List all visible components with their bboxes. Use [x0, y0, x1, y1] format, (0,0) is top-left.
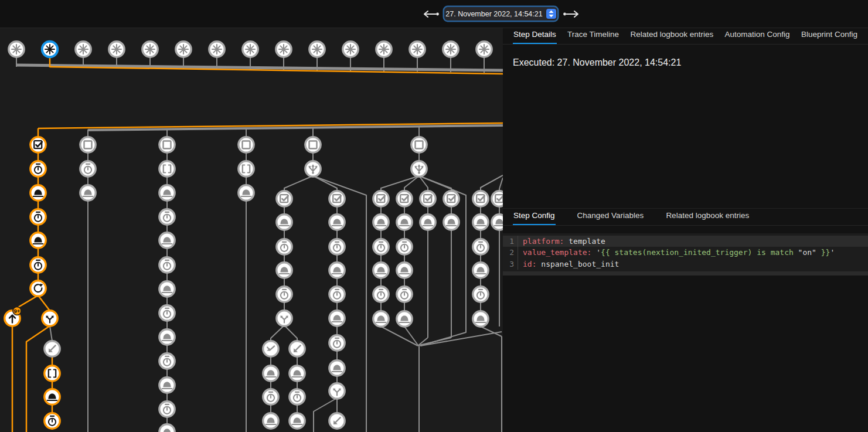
- trace-node-asterisk-icon[interactable]: [410, 42, 425, 57]
- trace-node-service-call-icon[interactable]: [277, 263, 292, 278]
- tab-trace-timeline[interactable]: Trace Timeline: [567, 27, 619, 44]
- trace-node-choose-icon[interactable]: [305, 161, 321, 176]
- trace-node-brackets-icon[interactable]: [159, 161, 175, 176]
- trace-node-service-call-icon[interactable]: [420, 215, 435, 230]
- trace-node-brackets-icon[interactable]: [239, 161, 254, 176]
- trace-node-asterisk-icon[interactable]: [476, 42, 492, 57]
- next-run-button[interactable]: [563, 10, 580, 18]
- trace-node-service-call-icon[interactable]: [30, 185, 46, 200]
- tab-step-config[interactable]: Step Config: [513, 208, 556, 225]
- trace-node-timer-icon[interactable]: [329, 239, 345, 254]
- trace-node-arrow-bottom-left-icon[interactable]: [290, 341, 305, 356]
- trace-node-asterisk-icon[interactable]: [243, 42, 258, 57]
- trace-node-service-call-icon[interactable]: [239, 185, 254, 200]
- trace-node-timer-icon[interactable]: [277, 239, 292, 254]
- trace-node-condition-checked-icon[interactable]: [30, 137, 46, 152]
- trace-node-service-call-icon[interactable]: [397, 215, 412, 230]
- trace-node-condition-box-icon[interactable]: [239, 137, 254, 152]
- trace-node-service-call-icon[interactable]: [329, 263, 345, 278]
- run-selector[interactable]: 27. November 2022, 14:54:21: [444, 7, 557, 21]
- trace-node-service-call-icon[interactable]: [397, 263, 412, 278]
- trace-node-service-call-icon[interactable]: [397, 311, 412, 326]
- tab-blueprint-config[interactable]: Blueprint Config: [801, 27, 858, 44]
- trace-node-service-call-icon[interactable]: [80, 185, 96, 200]
- trace-node-call-missed-icon[interactable]: [263, 341, 278, 356]
- trace-node-service-call-icon[interactable]: [159, 329, 175, 345]
- trace-node-service-call-icon[interactable]: [159, 424, 175, 432]
- trace-node-asterisk-icon[interactable]: [9, 42, 24, 57]
- trace-node-timer-icon[interactable]: [159, 257, 175, 273]
- trace-node-asterisk-icon[interactable]: [343, 42, 358, 57]
- trace-node-asterisk-icon[interactable]: [309, 42, 325, 57]
- trace-node-asterisk-icon[interactable]: [42, 42, 57, 57]
- yaml-code-editor[interactable]: 1platform: template2value_template: '{{ …: [503, 233, 868, 275]
- tab-changed-variables[interactable]: Changed Variables: [577, 208, 645, 225]
- trace-node-service-call-icon[interactable]: [492, 215, 503, 230]
- code-line[interactable]: 3id: nspanel_boot_init: [503, 258, 868, 270]
- trace-node-choose-icon[interactable]: [411, 161, 427, 176]
- trace-node-timer-icon[interactable]: [329, 287, 345, 302]
- trace-node-condition-box-icon[interactable]: [159, 137, 175, 152]
- trace-node-service-call-icon[interactable]: [373, 263, 389, 278]
- editor-horizontal-scrollbar[interactable]: [503, 271, 868, 275]
- tab-step-details[interactable]: Step Details: [513, 27, 557, 44]
- trace-node-service-call-icon[interactable]: [373, 311, 389, 326]
- trace-node-timer-icon[interactable]: [473, 239, 488, 254]
- trace-node-timer-icon[interactable]: [473, 287, 488, 302]
- tab-config-related-logbook-entries[interactable]: Related logbook entries: [665, 208, 750, 225]
- trace-node-arrow-bottom-left-icon[interactable]: [329, 413, 345, 428]
- code-line[interactable]: 2value_template: '{{ states(nextion_init…: [503, 247, 868, 258]
- trace-node-arrow-bottom-left-icon[interactable]: [45, 341, 60, 356]
- trace-node-condition-checked-icon[interactable]: [444, 191, 459, 206]
- trace-node-timer-icon[interactable]: [373, 287, 389, 302]
- trace-node-service-call-icon[interactable]: [159, 377, 175, 393]
- trace-node-timer-icon[interactable]: [397, 287, 412, 302]
- trace-node-timer-icon[interactable]: [329, 335, 345, 351]
- trace-node-condition-checked-icon[interactable]: [277, 191, 292, 206]
- trace-node-timer-icon[interactable]: [373, 239, 389, 254]
- trace-node-timer-icon[interactable]: [159, 353, 175, 369]
- trace-node-asterisk-icon[interactable]: [376, 42, 392, 57]
- trace-node-service-call-icon[interactable]: [444, 215, 459, 230]
- trace-node-service-call-icon[interactable]: [473, 215, 488, 230]
- trace-node-timer-icon[interactable]: [397, 239, 412, 254]
- trace-node-arrow-up-icon[interactable]: 9+: [5, 307, 21, 326]
- trace-node-service-call-icon[interactable]: [473, 263, 488, 278]
- tab-related-logbook-entries[interactable]: Related logbook entries: [629, 27, 714, 44]
- trace-node-service-call-icon[interactable]: [45, 389, 60, 404]
- trace-node-service-call-icon[interactable]: [473, 311, 488, 326]
- trace-node-service-call-icon[interactable]: [263, 366, 278, 381]
- trace-node-timer-icon[interactable]: [159, 305, 175, 321]
- trace-node-asterisk-icon[interactable]: [443, 42, 458, 57]
- trace-node-timer-icon[interactable]: [263, 389, 278, 404]
- trace-node-service-call-icon[interactable]: [277, 215, 292, 230]
- trace-node-condition-box-icon[interactable]: [411, 137, 427, 152]
- trace-node-brackets-icon[interactable]: [45, 366, 60, 381]
- trace-node-timer-icon[interactable]: [30, 209, 46, 224]
- trace-node-condition-box-icon[interactable]: [80, 137, 96, 152]
- trace-node-timer-icon[interactable]: [80, 161, 96, 176]
- trace-node-asterisk-icon[interactable]: [76, 42, 91, 57]
- trace-node-timer-icon[interactable]: [30, 161, 46, 176]
- previous-run-button[interactable]: [422, 10, 440, 18]
- trace-node-timer-icon[interactable]: [159, 402, 175, 417]
- trace-node-condition-box-icon[interactable]: [305, 137, 321, 152]
- trace-graph[interactable]: 9+: [0, 28, 503, 432]
- trace-node-condition-checked-icon[interactable]: [420, 191, 435, 206]
- trace-node-condition-checked-icon[interactable]: [473, 191, 488, 206]
- code-line[interactable]: 1platform: template: [503, 236, 868, 247]
- trace-node-call-split-icon[interactable]: [42, 311, 57, 326]
- trace-node-service-call-icon[interactable]: [159, 185, 175, 200]
- trace-node-service-call-icon[interactable]: [329, 360, 345, 376]
- trace-node-service-call-icon[interactable]: [329, 215, 345, 230]
- trace-node-service-call-icon[interactable]: [290, 413, 305, 428]
- trace-node-timer-icon[interactable]: [277, 287, 292, 302]
- trace-node-asterisk-icon[interactable]: [142, 42, 158, 57]
- trace-node-call-split-icon[interactable]: [277, 311, 292, 326]
- trace-node-condition-checked-icon[interactable]: [373, 191, 389, 206]
- trace-node-asterisk-icon[interactable]: [109, 42, 124, 57]
- trace-node-call-split-icon[interactable]: [329, 383, 345, 399]
- trace-node-service-call-icon[interactable]: [159, 233, 175, 248]
- trace-node-service-call-icon[interactable]: [263, 413, 278, 428]
- trace-node-timer-icon[interactable]: [159, 209, 175, 224]
